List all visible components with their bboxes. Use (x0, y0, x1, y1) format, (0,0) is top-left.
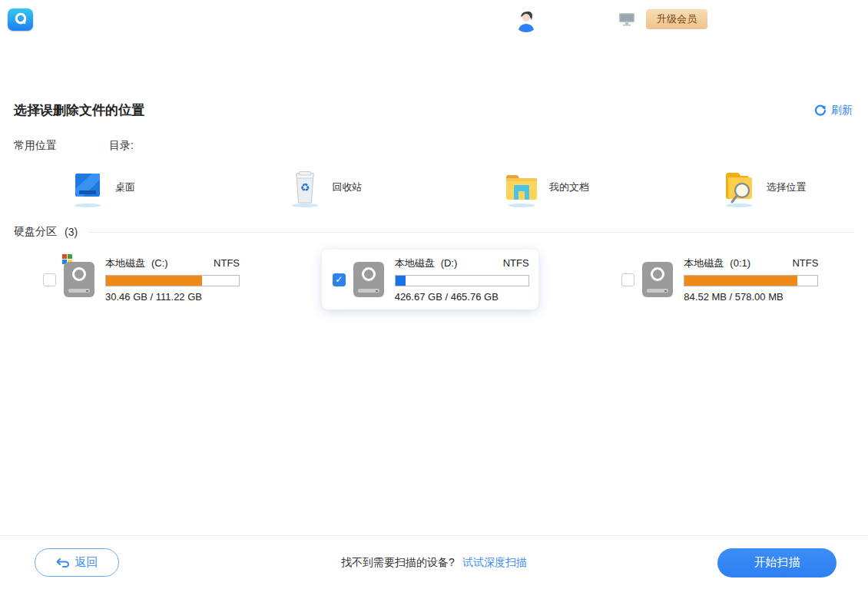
titlebar: 转转大师数据恢复软件V2.2.3.2 ID:650505 ▼ 升级会员 (0, 0, 868, 38)
hard-drive-icon (64, 262, 94, 297)
drive-filesystem: NTFS (503, 257, 529, 269)
drive-size: 426.67 GB / 465.76 GB (395, 291, 529, 303)
drive-usage-bar (395, 275, 529, 286)
hard-drive-icon (642, 262, 673, 297)
partitions-count: (3) (65, 226, 78, 238)
common-item-choose-location[interactable]: 选择位置 (651, 165, 868, 210)
app-logo-icon (8, 8, 33, 31)
recycle-bin-icon: ♻ (288, 167, 322, 207)
desktop-icon (71, 167, 104, 207)
monitor-icon[interactable] (618, 11, 635, 28)
upgrade-member-button[interactable]: 升级会员 (646, 9, 707, 29)
my-documents-icon (505, 167, 538, 207)
user-id-text: ID:650505 (550, 14, 596, 25)
back-button[interactable]: 返回 (35, 548, 119, 577)
drive-size: 84.52 MB / 578.00 MB (684, 291, 818, 303)
partitions-label: 硬盘分区 (14, 225, 57, 239)
drive-name: 本地磁盘 (684, 256, 724, 270)
deep-scan-link[interactable]: 试试深度扫描 (462, 556, 527, 570)
common-locations-grid: 桌面 ♻ 回收站 (0, 165, 868, 210)
back-arrow-icon (56, 558, 69, 568)
user-id-dropdown[interactable]: ID:650505 ▼ (550, 14, 608, 25)
svg-text:♻: ♻ (300, 181, 310, 194)
drive-list: ✓ 本地磁盘 (C:) NTFS 30.46 GB / 111.22 GB (0, 250, 868, 309)
drive-filesystem: NTFS (214, 257, 240, 269)
choose-location-icon (722, 167, 756, 207)
drive-usage-bar (684, 275, 818, 286)
common-item-label: 我的文档 (549, 180, 589, 194)
titlebar-divider (746, 12, 747, 27)
common-item-label: 回收站 (333, 180, 363, 194)
close-button[interactable]: ✕ (840, 11, 857, 28)
common-locations-label: 常用位置 (14, 139, 57, 153)
scan-hint-text: 找不到需要扫描的设备? (341, 556, 455, 570)
directory-label: 目录: (109, 139, 134, 153)
app-title: 转转大师数据恢复软件V2.2.3.2 (41, 12, 217, 28)
footer-bar: 返回 找不到需要扫描的设备? 试试深度扫描 开始扫描 (0, 535, 868, 589)
drive-checkbox[interactable]: ✓ (43, 273, 56, 286)
avatar[interactable] (513, 6, 539, 32)
drive-card-d[interactable]: ✓ 本地磁盘 (D:) NTFS 426.67 GB / 465.76 GB (322, 250, 538, 309)
drive-name: 本地磁盘 (395, 256, 435, 270)
common-item-desktop[interactable]: 桌面 (0, 165, 217, 210)
drive-card-c[interactable]: ✓ 本地磁盘 (C:) NTFS 30.46 GB / 111.22 GB (32, 250, 249, 309)
menu-icon[interactable] (757, 11, 774, 28)
common-item-recycle-bin[interactable]: ♻ 回收站 (217, 165, 435, 210)
customer-service-icon[interactable] (718, 11, 735, 28)
common-item-label: 桌面 (115, 180, 135, 194)
hard-drive-icon (353, 262, 384, 297)
common-item-label: 选择位置 (767, 180, 807, 194)
drive-filesystem: NTFS (792, 257, 818, 269)
refresh-icon (814, 104, 827, 117)
drive-checkbox[interactable]: ✓ (333, 273, 346, 286)
drive-checkbox[interactable]: ✓ (621, 273, 634, 286)
drive-letter: (C:) (151, 257, 168, 269)
main-content: 选择误删除文件的位置 刷新 常用位置 目录: 桌面 (0, 84, 868, 535)
minimize-button[interactable] (785, 11, 802, 28)
drive-letter: (D:) (441, 257, 458, 269)
start-scan-button[interactable]: 开始扫描 (717, 548, 837, 577)
chevron-down-icon: ▼ (601, 15, 608, 23)
page-title: 选择误删除文件的位置 (14, 101, 144, 119)
drive-card-01[interactable]: ✓ 本地磁盘 (0:1) NTFS 84.52 MB / 578.00 MB (611, 250, 827, 309)
drive-letter: (0:1) (730, 257, 750, 269)
drive-usage-bar (105, 275, 240, 286)
maximize-button[interactable] (813, 11, 830, 28)
drive-name: 本地磁盘 (105, 256, 145, 270)
back-label: 返回 (75, 555, 98, 570)
refresh-label: 刷新 (831, 104, 853, 117)
drive-size: 30.46 GB / 111.22 GB (105, 291, 240, 303)
section-divider (88, 232, 854, 233)
common-item-my-documents[interactable]: 我的文档 (434, 165, 651, 210)
refresh-button[interactable]: 刷新 (814, 104, 854, 117)
